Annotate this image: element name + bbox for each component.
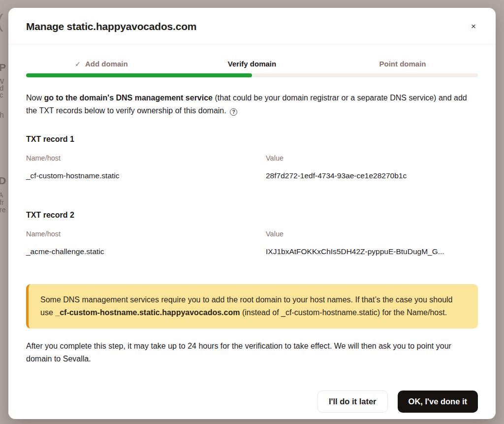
step-label: Verify domain: [228, 60, 276, 68]
modal-title: Manage static.happyavocados.com: [26, 21, 196, 33]
record-grid: Name/host Value _cf-custom-hostname.stat…: [26, 144, 478, 180]
name-host-value: _cf-custom-hostname.static: [26, 171, 266, 180]
txt-record-1: TXT record 1 Name/host Value _cf-custom-…: [26, 135, 478, 180]
progress-fill: [26, 73, 252, 77]
background-text-fragment: re: [0, 206, 5, 213]
name-host-label: Name/host: [26, 154, 266, 162]
step-label: Add domain: [85, 60, 128, 68]
value-label: Value: [266, 154, 478, 162]
intro-text: Now go to the domain's DNS management se…: [26, 92, 478, 117]
do-it-later-button[interactable]: I'll do it later: [317, 391, 388, 413]
note-text: After you complete this step, it may tak…: [26, 340, 478, 365]
warning-text: (instead of _cf-custom-hostname.static) …: [240, 308, 447, 317]
record-grid: Name/host Value _acme-challenge.static I…: [26, 220, 478, 256]
record-title: TXT record 1: [26, 135, 478, 144]
record-value: IXJ1bxAtFOKKxChIs5DH42Z-pyppuE-BtuDugM_G…: [266, 247, 478, 256]
progress-bar: [26, 73, 478, 77]
step-label: Point domain: [379, 60, 426, 68]
step-verify-domain[interactable]: Verify domain: [177, 60, 327, 68]
manage-domain-modal: Manage static.happyavocados.com × ✓ Add …: [8, 8, 496, 419]
background-text-fragment: fr: [0, 199, 4, 206]
background-text-fragment: h: [0, 111, 4, 119]
background-text-fragment: c: [0, 91, 3, 98]
name-host-value: _acme-challenge.static: [26, 247, 266, 256]
background-text-fragment: (: [0, 12, 3, 31]
intro-bold: go to the domain's DNS management servic…: [44, 94, 213, 102]
step-point-domain[interactable]: Point domain: [327, 60, 478, 68]
intro-prefix: Now: [26, 94, 44, 102]
ok-done-button[interactable]: OK, I've done it: [398, 391, 478, 413]
modal-header: Manage static.happyavocados.com ×: [8, 8, 496, 44]
warning-banner: Some DNS management services require you…: [26, 284, 478, 328]
close-icon[interactable]: ×: [466, 20, 481, 33]
step-indicator: ✓ Add domain Verify domain Point domain: [26, 60, 478, 68]
check-icon: ✓: [75, 60, 81, 68]
value-label: Value: [266, 230, 478, 238]
name-host-label: Name/host: [26, 230, 266, 238]
background-text-fragment: P: [0, 62, 6, 72]
record-title: TXT record 2: [26, 211, 478, 220]
modal-body: ✓ Add domain Verify domain Point domain …: [8, 44, 496, 391]
txt-record-2: TXT record 2 Name/host Value _acme-chall…: [26, 211, 478, 256]
background-text-fragment: A: [0, 192, 3, 198]
background-text-fragment: D: [0, 175, 6, 186]
help-icon[interactable]: ?: [230, 108, 237, 116]
step-add-domain[interactable]: ✓ Add domain: [26, 60, 177, 68]
modal-footer: I'll do it later OK, I've done it: [8, 391, 496, 419]
record-value: 28f7d272-1edf-4734-93ae-ce1e28270b1c: [266, 171, 478, 180]
warning-bold: _cf-custom-hostname.static.happyavocados…: [55, 308, 240, 317]
